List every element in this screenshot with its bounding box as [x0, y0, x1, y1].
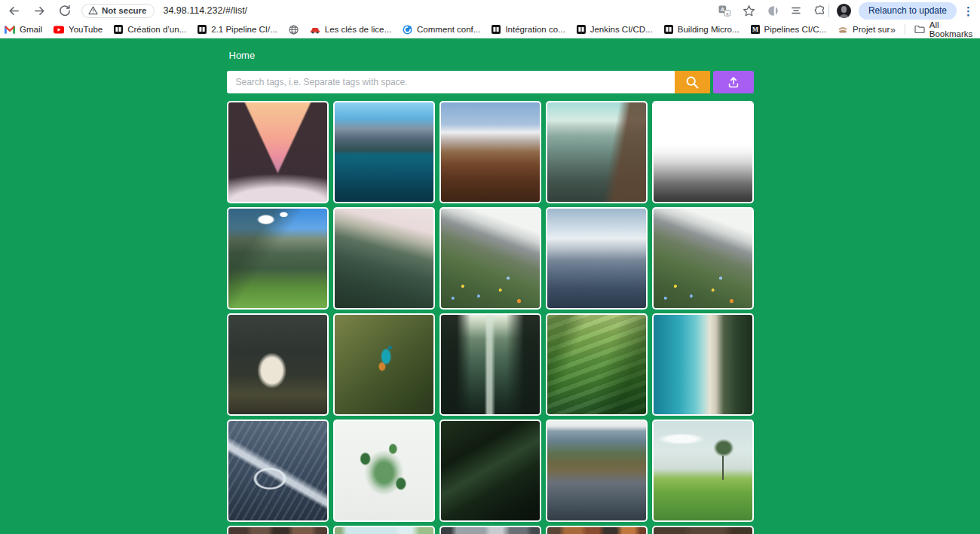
back-icon[interactable] — [8, 5, 20, 17]
gallery-thumbnail[interactable] — [652, 420, 754, 522]
search-button[interactable] — [675, 71, 710, 93]
reload-icon[interactable] — [59, 5, 71, 17]
bookmark-item[interactable]: Les clés de lice... — [310, 25, 391, 34]
gallery-thumbnail[interactable] — [439, 313, 541, 416]
gallery-page: Home — [0, 38, 980, 534]
bookmark-star-icon[interactable] — [743, 5, 755, 17]
bookmark-item[interactable]: Gmail — [5, 25, 42, 34]
relaunch-to-update-button[interactable]: Relaunch to update — [859, 2, 957, 20]
thumb-black-white-foggy-mountain — [654, 102, 752, 202]
security-label: Not secure — [102, 6, 146, 15]
openclassrooms-icon — [198, 25, 207, 34]
gallery-thumbnail[interactable] — [546, 207, 648, 310]
search-bar — [227, 71, 754, 93]
warning-icon — [88, 6, 98, 15]
forward-icon[interactable] — [33, 5, 46, 17]
gallery-thumbnail[interactable] — [652, 313, 754, 416]
gallery-thumbnail[interactable] — [227, 420, 329, 522]
bookmark-label: Comment conf... — [417, 25, 480, 34]
bookmark-item[interactable]: MPipelines CI/C... — [751, 25, 826, 34]
address-bar[interactable]: Not secure 34.98.114.232/#/list/ — [81, 4, 709, 18]
bookmark-label: Jenkins CI/CD... — [590, 25, 653, 34]
gallery-thumbnail[interactable] — [546, 313, 648, 416]
gallery-thumbnail[interactable] — [333, 313, 435, 416]
gallery-thumbnail[interactable] — [227, 101, 329, 203]
upload-icon — [727, 75, 740, 89]
gallery-thumbnail[interactable] — [227, 207, 329, 310]
thumb-green-plant-white-background — [335, 421, 433, 520]
url-text[interactable]: 34.98.114.232/#/list/ — [163, 5, 247, 16]
thumb-mountain-peak-sunset-clouds — [228, 102, 327, 202]
extensions-puzzle-icon[interactable] — [813, 5, 825, 17]
gallery-thumbnail[interactable] — [227, 313, 329, 416]
all-bookmarks-label: All Bookmarks — [929, 20, 974, 38]
toolbar-divider — [828, 5, 829, 17]
thumb-white-goat-hillside — [228, 315, 327, 414]
svg-text:a: a — [726, 10, 729, 15]
gallery-thumbnail[interactable] — [227, 526, 329, 534]
search-icon — [685, 75, 700, 90]
bookmark-label: Building Micro... — [678, 25, 740, 34]
translate-icon[interactable]: Aa — [718, 5, 730, 17]
gallery-thumbnail[interactable] — [546, 526, 648, 534]
gallery-thumbnail[interactable] — [439, 207, 541, 310]
gmail-icon — [5, 26, 15, 34]
bookmark-label: Pipelines CI/C... — [764, 25, 826, 34]
search-input[interactable] — [227, 71, 675, 93]
bookmark-item[interactable]: 2.1 Pipeline CI/... — [198, 25, 277, 34]
bookmark-label: 2.1 Pipeline CI/... — [211, 25, 277, 34]
all-bookmarks-button[interactable]: All Bookmarks — [914, 20, 974, 38]
medium-icon: M — [751, 25, 760, 34]
thumb-lone-tree-grassy-hill — [654, 421, 752, 520]
bookmark-item[interactable]: Projet sur un p... — [838, 25, 890, 34]
bookmark-label: Les clés de lice... — [325, 25, 391, 34]
bookmark-item[interactable]: Building Micro... — [664, 25, 740, 34]
openclassrooms-icon — [114, 25, 123, 34]
youtube-icon — [54, 26, 64, 34]
bookmarks-overflow-icon[interactable]: » — [890, 24, 896, 35]
openclassrooms-icon — [492, 25, 501, 34]
thumb-dark-green-ridge-pink-sky — [335, 209, 433, 308]
gallery-thumbnail[interactable] — [333, 207, 435, 310]
security-chip[interactable]: Not secure — [81, 4, 155, 18]
gallery-thumbnail[interactable] — [333, 420, 435, 522]
bookmark-label: YouTube — [69, 25, 103, 34]
gallery-thumbnail[interactable] — [652, 207, 754, 310]
thumb-kingfisher-on-branch — [335, 315, 433, 414]
bookmark-item[interactable]: Création d’un... — [114, 25, 186, 34]
gallery-thumbnail[interactable] — [439, 526, 541, 534]
bookmark-item[interactable] — [289, 25, 299, 35]
profile-avatar[interactable] — [837, 4, 851, 18]
gallery-thumbnail[interactable] — [652, 101, 754, 203]
thumb-colorful-street-partial — [547, 527, 646, 534]
gallery-thumbnail[interactable] — [546, 101, 648, 203]
bookmark-item[interactable]: Intégration co... — [492, 25, 565, 34]
bookmarks-divider — [905, 24, 905, 35]
bookmark-item[interactable]: Comment conf... — [403, 25, 480, 35]
gallery-thumbnail[interactable] — [439, 101, 541, 203]
gallery-thumbnail[interactable] — [439, 420, 541, 522]
extension-circle-icon[interactable] — [767, 5, 779, 17]
thumb-snow-capped-mountain-brown-ridges — [441, 102, 540, 202]
image-grid — [227, 101, 754, 534]
thumb-street-buildings-partial — [228, 527, 327, 534]
browser-menu-icon[interactable]: ⋮ — [963, 5, 974, 17]
gallery-thumbnail[interactable] — [546, 420, 648, 522]
gallery-thumbnail[interactable] — [333, 101, 435, 203]
gallery-thumbnail[interactable] — [652, 526, 754, 534]
bookmark-item[interactable]: YouTube — [54, 25, 103, 34]
bookmark-label: Création d’un... — [127, 25, 186, 34]
upload-button[interactable] — [713, 71, 754, 93]
thumb-gray-buildings-partial — [441, 527, 540, 534]
gallery-thumbnail[interactable] — [333, 526, 435, 534]
bookmark-label: Intégration co... — [505, 25, 565, 34]
browser-toolbar: Not secure 34.98.114.232/#/list/ Aa Rela… — [0, 0, 980, 21]
thumb-snowy-hairpin-road-aerial — [228, 421, 327, 520]
svg-text:M: M — [752, 26, 758, 33]
thumb-wildflower-meadow-peaks-2 — [654, 209, 752, 308]
lines-icon[interactable] — [791, 6, 801, 15]
swirl-icon — [403, 25, 412, 35]
bookmark-label: Gmail — [20, 25, 42, 34]
thumb-dark-pine-branches — [441, 421, 540, 520]
bookmark-item[interactable]: Jenkins CI/CD... — [577, 25, 653, 34]
